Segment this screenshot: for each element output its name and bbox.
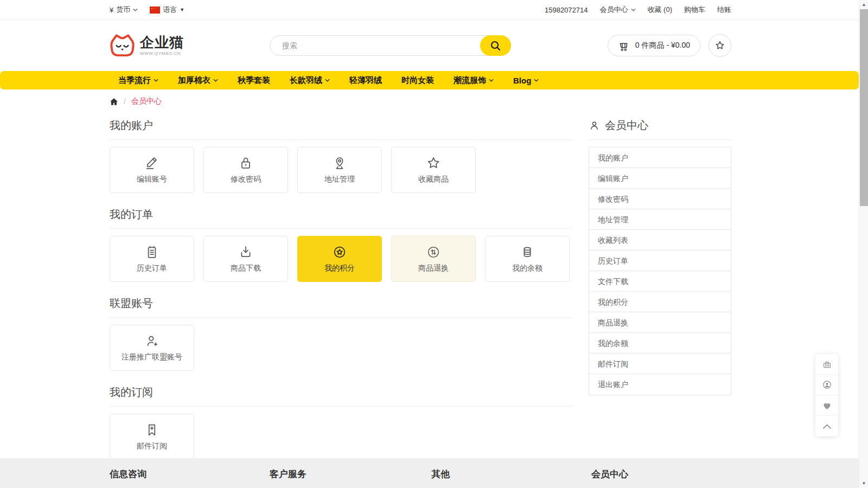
- chevron-down-icon: [213, 79, 218, 82]
- section-title: 我的订单: [110, 207, 572, 222]
- floating-cart-button[interactable]: [815, 354, 838, 375]
- topbar: ¥ 货币 语言 ▼ 15982072714 会员中心 收藏 (0): [0, 0, 859, 20]
- card-edit-account[interactable]: 编辑账号: [110, 147, 194, 193]
- site-logo[interactable]: 企业猫 WWW.QYMAO.CN: [110, 34, 270, 57]
- nav-label: 潮流服饰: [454, 75, 486, 86]
- sidebar-item-downloads[interactable]: 文件下载: [589, 271, 731, 292]
- order-history-icon: [144, 245, 159, 260]
- search-button[interactable]: [480, 35, 511, 56]
- sidebar-heading: 会员中心: [589, 118, 731, 133]
- bookmark-plus-icon: [144, 422, 159, 438]
- card-label: 历史订单: [137, 264, 167, 273]
- chevron-down-icon: [133, 8, 138, 11]
- card-label: 收藏商品: [418, 175, 449, 184]
- card-email-subscription[interactable]: 邮件订阅: [110, 414, 194, 460]
- user-circle-icon: [822, 380, 832, 390]
- card-row: 邮件订阅: [110, 414, 572, 460]
- scrollbar-up-arrow[interactable]: ▲: [859, 0, 868, 9]
- map-pin-icon: [332, 156, 347, 171]
- chevron-down-icon: [489, 79, 494, 82]
- divider: [110, 406, 572, 407]
- chevron-down-icon: [631, 8, 636, 11]
- scrollbar-thumb[interactable]: [860, 9, 868, 206]
- card-label: 地址管理: [324, 175, 355, 184]
- cart-link[interactable]: 购物车: [684, 5, 705, 15]
- caret-down-icon: ▼: [180, 7, 184, 12]
- nav-label: 加厚棉衣: [178, 75, 210, 86]
- cart-icon: [618, 40, 630, 52]
- section-title: 我的账户: [110, 118, 572, 133]
- language-selector[interactable]: 语言 ▼: [150, 5, 184, 15]
- breadcrumb-separator: /: [124, 97, 126, 106]
- checkout-link[interactable]: 结账: [717, 5, 731, 15]
- sidebar-item-newsletter[interactable]: 邮件订阅: [589, 354, 731, 374]
- section-my-account: 我的账户 编辑账号 修改密码: [110, 118, 572, 193]
- floating-wishlist-button[interactable]: [815, 395, 838, 416]
- sidebar-item-logout[interactable]: 退出账户: [589, 374, 731, 395]
- nav-item-autumn-sets[interactable]: 秋季套装: [238, 75, 270, 86]
- card-label: 邮件订阅: [137, 441, 167, 451]
- sidebar-item-address[interactable]: 地址管理: [589, 209, 731, 230]
- section-affiliate: 联盟账号 注册推广联盟账号: [110, 296, 572, 371]
- card-returns[interactable]: 商品退换: [391, 236, 476, 282]
- sidebar-item-edit-account[interactable]: 编辑账户: [589, 168, 731, 189]
- logo-text: 企业猫 WWW.QYMAO.CN: [140, 35, 184, 56]
- divider: [110, 317, 572, 318]
- card-row: 注册推广联盟账号: [110, 325, 572, 371]
- sidebar-item-wishlist[interactable]: 收藏列表: [589, 230, 731, 251]
- card-favorite-products[interactable]: 收藏商品: [391, 147, 476, 193]
- favorites-label: 收藏 (0): [648, 5, 673, 15]
- floating-account-button[interactable]: [815, 375, 838, 395]
- card-address-management[interactable]: 地址管理: [297, 147, 382, 193]
- sidebar-item-my-account[interactable]: 我的账户: [589, 147, 731, 168]
- search-input[interactable]: [270, 35, 511, 56]
- breadcrumb-current[interactable]: 会员中心: [131, 97, 162, 106]
- floating-scroll-top-button[interactable]: [815, 416, 838, 436]
- nav-item-long-down[interactable]: 长款羽绒: [290, 75, 330, 86]
- china-flag-icon: [150, 7, 160, 14]
- member-center-menu[interactable]: 会员中心: [600, 5, 636, 15]
- nav-item-seasonal[interactable]: 当季流行: [118, 75, 158, 86]
- sidebar-item-balance[interactable]: 我的余额: [589, 333, 731, 354]
- card-order-history[interactable]: 历史订单: [110, 236, 194, 282]
- member-sidebar: 会员中心 我的账户 编辑账户 修改密码 地址管理 收藏列表 历史订单 文件下载 …: [589, 108, 731, 460]
- main-content: 我的账户 编辑账号 修改密码: [110, 108, 731, 460]
- card-my-points[interactable]: 我的积分: [297, 236, 382, 282]
- chevron-down-icon: [325, 79, 330, 82]
- card-register-affiliate[interactable]: 注册推广联盟账号: [110, 325, 194, 371]
- currency-selector[interactable]: ¥ 货币: [110, 5, 138, 15]
- vertical-scrollbar[interactable]: ▲ ▼: [859, 0, 868, 488]
- nav-item-blog[interactable]: Blog: [513, 76, 539, 85]
- nav-item-padded-coats[interactable]: 加厚棉衣: [178, 75, 218, 86]
- card-product-downloads[interactable]: 商品下载: [203, 236, 288, 282]
- nav-label: 轻薄羽绒: [349, 75, 382, 86]
- home-icon[interactable]: [110, 98, 118, 106]
- nav-item-light-down[interactable]: 轻薄羽绒: [349, 75, 382, 86]
- favorites-link[interactable]: 收藏 (0): [648, 5, 673, 15]
- wishlist-button[interactable]: [709, 34, 731, 57]
- nav-item-womens-fashion[interactable]: 时尚女装: [401, 75, 434, 86]
- card-my-balance[interactable]: 我的余额: [485, 236, 570, 282]
- user-plus-icon: [144, 333, 159, 349]
- scrollbar-down-arrow[interactable]: ▼: [859, 479, 868, 488]
- nav-label: 长款羽绒: [290, 75, 322, 86]
- chevron-up-icon: [822, 423, 832, 429]
- star-icon: [714, 40, 725, 51]
- nav-item-trendy[interactable]: 潮流服饰: [454, 75, 494, 86]
- cart-summary-button[interactable]: 0 件商品 - ¥0.00: [608, 35, 700, 56]
- swap-vertical-icon: [426, 245, 441, 260]
- footer-col-member: 会员中心: [591, 468, 731, 480]
- sidebar-item-points[interactable]: 我的积分: [589, 292, 731, 312]
- card-change-password[interactable]: 修改密码: [203, 147, 288, 193]
- currency-symbol: ¥: [110, 6, 113, 14]
- sidebar-menu: 我的账户 编辑账户 修改密码 地址管理 收藏列表 历史订单 文件下载 我的积分 …: [589, 147, 731, 395]
- sidebar-item-returns[interactable]: 商品退换: [589, 312, 731, 333]
- sidebar-item-change-password[interactable]: 修改密码: [589, 189, 731, 209]
- section-my-orders: 我的订单 历史订单 商品下载: [110, 207, 572, 282]
- footer-col-info: 信息咨询: [110, 468, 270, 480]
- lock-icon: [238, 156, 253, 171]
- nav-label: 时尚女装: [401, 75, 434, 86]
- sidebar-item-order-history[interactable]: 历史订单: [589, 251, 731, 271]
- cart-label: 购物车: [684, 5, 705, 15]
- card-label: 商品下载: [231, 264, 261, 273]
